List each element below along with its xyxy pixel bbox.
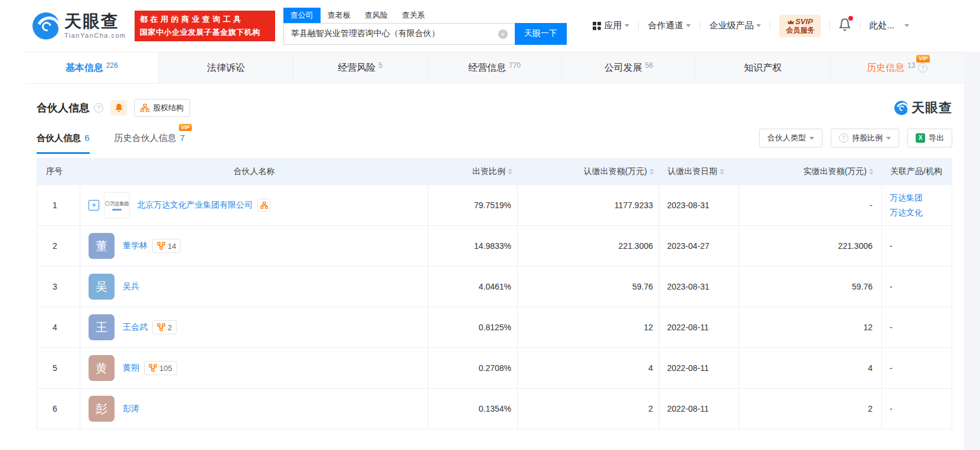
- search-button[interactable]: 天眼一下: [515, 23, 567, 45]
- tab-operating-info[interactable]: 经营信息 770: [427, 52, 561, 83]
- search-input[interactable]: [283, 23, 515, 45]
- cell-date: 2022-08-11: [659, 348, 739, 388]
- company-tab-bar: 基本信息 226 法律诉讼 经营风险 5 经营信息 770 公司发展 56 知识…: [25, 52, 964, 84]
- nav-enterprise-products[interactable]: 企业级产品: [709, 20, 761, 31]
- col-header-subscribed-amount[interactable]: 认缴出资额(万元): [518, 158, 660, 185]
- cell-paid: 2: [739, 389, 882, 429]
- col-header-ratio[interactable]: 出资比例: [429, 158, 518, 185]
- subtab-history-partners[interactable]: VIP 历史合伙人信息 7: [115, 133, 185, 144]
- avatar: 董: [89, 233, 115, 259]
- subtab-current-partners[interactable]: 合伙人信息 6: [37, 133, 90, 144]
- equity-structure-mini-button[interactable]: [257, 199, 270, 212]
- divider: [829, 21, 830, 30]
- sort-icon[interactable]: [869, 169, 874, 175]
- svip-member-button[interactable]: SVIP 会员服务: [779, 15, 821, 38]
- search-tab-risk[interactable]: 查风险: [358, 8, 395, 23]
- tab-company-development[interactable]: 公司发展 56: [562, 52, 696, 83]
- cell-related: -: [882, 307, 952, 347]
- question-icon[interactable]: ?: [918, 63, 927, 73]
- nav-apps[interactable]: 应用: [593, 20, 629, 31]
- partner-name-link[interactable]: 北京万达文化产业集团有限公司: [137, 200, 253, 211]
- partner-graph-icon: [157, 242, 165, 250]
- cell-date: 2022-08-11: [659, 389, 739, 429]
- row-index: 3: [37, 267, 80, 307]
- equity-structure-button[interactable]: 股权结构: [134, 99, 190, 117]
- cell-paid: 4: [739, 348, 882, 388]
- partner-graph-badge[interactable]: 2: [152, 320, 177, 334]
- partner-name-link[interactable]: 黄朔: [123, 363, 139, 373]
- cell-related: -: [882, 389, 952, 429]
- tab-intellectual-property[interactable]: 知识产权: [696, 52, 830, 83]
- tab-legal-proceedings[interactable]: 法律诉讼: [159, 52, 293, 83]
- divider: [770, 21, 770, 30]
- cell-subscribed: 2: [518, 389, 659, 429]
- col-header-no: 序号: [37, 158, 80, 185]
- partner-name-link[interactable]: 董学林: [123, 241, 148, 251]
- cell-ratio: 0.1354%: [428, 389, 518, 429]
- cell-ratio: 14.9833%: [428, 226, 518, 266]
- nav-user-menu[interactable]: 此处...: [869, 20, 909, 31]
- apps-grid-icon: [593, 22, 601, 30]
- cell-related: -: [882, 267, 952, 307]
- related-product-link[interactable]: 万达集团: [890, 190, 923, 205]
- sort-icon[interactable]: [649, 169, 654, 175]
- table-row: 3 吴 吴兵 4.0461% 59.76 2023-08-31 59.76 -: [37, 267, 952, 307]
- partner-graph-icon: [149, 364, 157, 372]
- clear-icon[interactable]: ×: [498, 29, 508, 39]
- tab-basic-info[interactable]: 基本信息 226: [25, 52, 159, 83]
- caret-down-icon: [809, 137, 814, 140]
- bell-icon: [839, 18, 851, 31]
- col-header-paid-amount[interactable]: 实缴出资额(万元): [740, 158, 883, 185]
- partner-name-link[interactable]: 吴兵: [123, 281, 139, 292]
- partner-name-link[interactable]: 王会武: [123, 322, 148, 333]
- notification-bell[interactable]: [839, 18, 851, 33]
- table-row: 5 黄 黄朔 105 0.2708% 4 2022-08-11 4 -: [37, 348, 952, 389]
- partner-name-link[interactable]: 彭涛: [123, 403, 139, 414]
- caret-down-icon: [756, 24, 761, 27]
- row-index: 6: [37, 389, 80, 429]
- org-chart-icon: [141, 104, 149, 112]
- expand-plus-icon[interactable]: +: [89, 200, 99, 211]
- col-header-partner-name: 合伙人名称: [80, 158, 429, 185]
- divider: [860, 21, 860, 30]
- partner-graph-icon: [157, 323, 165, 331]
- partner-graph-badge[interactable]: 14: [152, 239, 181, 253]
- section-title: 合伙人信息: [37, 101, 90, 115]
- sort-icon[interactable]: [508, 169, 512, 175]
- caret-down-icon: [625, 24, 629, 27]
- avatar: 黄: [89, 355, 115, 381]
- nav-partner-channel[interactable]: 合作通道: [648, 20, 691, 31]
- avatar: 彭: [89, 396, 115, 422]
- avatar: 吴: [89, 274, 115, 300]
- partner-type-filter[interactable]: 合伙人类型: [759, 129, 822, 147]
- search-tab-boss[interactable]: 查老板: [321, 8, 358, 23]
- related-product-link[interactable]: 万达文化: [890, 205, 923, 220]
- org-chart-icon: [260, 202, 268, 209]
- tianyancha-watermark: 天眼查: [894, 99, 952, 117]
- top-header: 天眼查 TianYanCha.com 都在用的商业查询工具 国家中小企业发展子基…: [0, 0, 980, 52]
- cell-subscribed: 12: [518, 307, 659, 347]
- cell-date: 2023-08-31: [659, 185, 739, 225]
- cell-paid: 59.76: [739, 267, 882, 307]
- holding-ratio-filter[interactable]: ? 持股比例: [831, 129, 899, 147]
- table-header-row: 序号 合伙人名称 出资比例 认缴出资额(万元) 认缴出资日期 实缴出资额(万元)…: [37, 158, 952, 185]
- tab-operating-risk[interactable]: 经营风险 5: [293, 52, 427, 83]
- row-index: 2: [37, 226, 80, 266]
- search-tab-relation[interactable]: 查关系: [395, 8, 432, 23]
- tianyancha-logo[interactable]: 天眼查 TianYanCha.com: [32, 12, 126, 40]
- col-header-subscribed-date[interactable]: 认缴出资日期: [660, 158, 740, 185]
- question-icon[interactable]: ?: [94, 103, 103, 113]
- partner-graph-badge[interactable]: 105: [144, 361, 177, 375]
- search-tab-company[interactable]: 查公司: [283, 8, 321, 23]
- tab-history-info[interactable]: VIP 历史信息 13 ?: [831, 52, 964, 83]
- sort-icon[interactable]: [720, 169, 724, 175]
- slogan-banner: 都在用的商业查询工具 国家中小企业发展子基金旗下机构: [135, 11, 275, 41]
- export-button[interactable]: X 导出: [907, 129, 952, 147]
- avatar: 王: [89, 314, 115, 340]
- cell-date: 2022-08-11: [659, 307, 739, 347]
- monitor-bell-button[interactable]: [110, 100, 127, 116]
- divider: [700, 21, 700, 30]
- table-row: 6 彭 彭涛 0.1354% 2 2022-08-11 2 -: [37, 389, 952, 429]
- search-tabs: 查公司 查老板 查风险 查关系: [283, 8, 567, 23]
- cell-paid: 221.3006: [739, 226, 882, 266]
